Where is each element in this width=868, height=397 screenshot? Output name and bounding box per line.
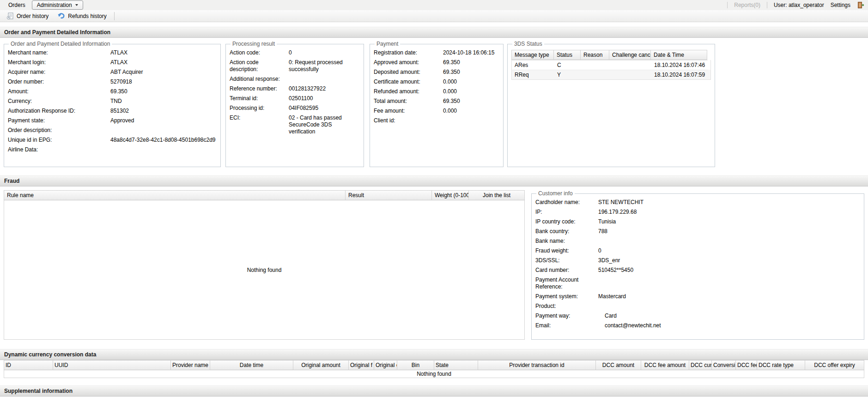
column-header[interactable]: Join the list <box>469 190 525 200</box>
field-row: Authorization Response ID:851302 <box>8 106 217 116</box>
column-header[interactable]: Bin <box>397 360 434 370</box>
tds-status-table: Message type Status Reason Challenge can… <box>511 50 711 80</box>
field-value: 69.350 <box>443 69 499 76</box>
column-header[interactable]: DCC curr <box>689 360 712 370</box>
menu-item-settings[interactable]: Settings <box>831 2 850 8</box>
field-value: 2024-10-18 16:06:15 <box>443 49 499 56</box>
dcc-header-row: ID UUID Provider name Date time Original… <box>4 360 864 370</box>
field-row: Order description: <box>8 126 217 135</box>
field-label: Fee amount: <box>374 108 443 114</box>
field-value: contact@newtechit.net <box>598 322 860 329</box>
column-header[interactable]: Provider transaction id <box>478 360 596 370</box>
tab-orders[interactable]: Orders <box>4 1 30 9</box>
column-header[interactable]: DCC fee amount <box>641 360 689 370</box>
customer-info-legend: Customer info <box>536 190 575 197</box>
field-row: Bank country:788 <box>535 227 860 236</box>
field-label: Acquirer name: <box>8 69 110 76</box>
table-row: ARes C 18.10.2024 16:07:46 <box>511 60 711 70</box>
tab-administration-label: Administration <box>37 2 72 8</box>
field-row: Refunded amount:0.000 <box>374 87 499 96</box>
column-header[interactable]: UUID <box>53 360 171 370</box>
column-header[interactable]: Date time <box>210 360 293 370</box>
field-label: Client id: <box>374 117 443 124</box>
column-header[interactable]: Reason <box>581 50 609 60</box>
field-label: Payment system: <box>535 293 598 300</box>
field-value <box>443 117 499 124</box>
tab-administration[interactable]: Administration <box>32 0 83 10</box>
field-value <box>598 303 860 310</box>
column-header[interactable]: Weight (0-100) <box>432 190 469 200</box>
field-value: 69.350 <box>443 98 499 105</box>
field-value: ABT Acquirer <box>110 69 217 76</box>
column-header[interactable]: DCC amount <box>596 360 641 370</box>
field-row: Amount:69.350 <box>8 87 217 96</box>
field-value: 001281327922 <box>289 85 360 92</box>
order-history-button[interactable]: Order history <box>2 10 53 22</box>
field-value: Card <box>598 313 860 319</box>
column-header[interactable]: DCC offer expiry <box>805 360 864 370</box>
menu-item-reports[interactable]: Reports(0) <box>734 2 760 8</box>
processing-result-legend: Processing result <box>231 41 277 47</box>
field-label: Bank name: <box>535 238 598 245</box>
field-label: Amount: <box>8 88 110 95</box>
column-header[interactable]: ID <box>4 360 53 370</box>
field-row: Total amount:69.350 <box>374 96 499 106</box>
field-value: 02501100 <box>289 95 360 102</box>
column-header[interactable]: DCC rate type <box>757 360 805 370</box>
field-row: Payment system:Mastercard <box>535 292 860 301</box>
column-header[interactable]: Original f <box>349 360 374 370</box>
field-value: 48a8c4d7-32e8-42c1-8d08-4501b698c2d9 <box>110 137 217 144</box>
processing-result-fieldset: Processing result Action code:0 Action c… <box>225 41 364 167</box>
field-row: Acquirer name:ABT Acquirer <box>8 67 217 77</box>
refunds-history-button[interactable]: Refunds history <box>53 10 111 22</box>
column-header[interactable]: Conversi <box>712 360 736 370</box>
column-header[interactable]: Challenge cancel <box>609 50 651 60</box>
cell-status: C <box>554 60 581 70</box>
logout-door-icon[interactable] <box>857 1 864 9</box>
field-value: 04IF082595 <box>289 105 360 112</box>
field-label: Total amount: <box>374 98 443 105</box>
section-bar-fraud: Fraud <box>0 175 868 186</box>
field-value <box>110 146 217 153</box>
column-header[interactable]: Status <box>554 50 581 60</box>
field-value <box>110 127 217 134</box>
column-header[interactable]: Date & Time <box>651 50 707 60</box>
field-value: 0 <box>289 49 360 56</box>
column-header[interactable]: Original amount <box>293 360 349 370</box>
tds-status-fieldset: 3DS Status Message type Status Reason Ch… <box>507 41 715 167</box>
column-header[interactable]: State <box>434 360 478 370</box>
field-row: Action code description:0: Request proce… <box>230 58 360 74</box>
section-bar-detail: Order and Payment Detailed Information <box>0 27 868 38</box>
field-value <box>598 277 860 290</box>
refunds-history-icon <box>58 13 65 19</box>
column-header[interactable]: Original c <box>374 360 397 370</box>
field-value: 0 <box>598 247 860 254</box>
field-row: Payment state:Approved <box>8 116 217 126</box>
order-history-label: Order history <box>17 13 49 19</box>
cell-challenge-cancel <box>610 60 651 70</box>
spacer <box>0 378 868 385</box>
field-row: Client id: <box>374 116 499 126</box>
cell-challenge-cancel <box>610 70 651 79</box>
field-label: ECI: <box>230 114 289 135</box>
spacer <box>0 22 868 27</box>
detail-fieldsets-row: Order and Payment Detailed Information M… <box>0 38 868 170</box>
column-header[interactable]: Rule name <box>4 190 346 200</box>
field-label: Bank country: <box>535 228 598 235</box>
tds-status-header-row: Message type Status Reason Challenge can… <box>511 50 711 60</box>
column-header[interactable]: Provider name <box>171 360 210 370</box>
field-label: Order description: <box>8 127 110 134</box>
field-value: 69.350 <box>443 59 499 66</box>
column-header[interactable]: Message type <box>511 50 554 60</box>
field-value: 0.000 <box>443 108 499 114</box>
field-value: 02 - Card has passed SecureCode 3DS veri… <box>289 114 360 135</box>
field-row: Registration date:2024-10-18 16:06:15 <box>374 48 499 58</box>
order-info-legend: Order and Payment Detailed Information <box>9 41 112 47</box>
column-header[interactable]: Result <box>346 190 432 200</box>
column-header[interactable]: DCC fee <box>736 360 757 370</box>
field-row: Payment way:Card <box>535 311 860 321</box>
field-label: Unique id in EPG: <box>8 137 110 144</box>
field-label: Refunded amount: <box>374 88 443 95</box>
section-bar-dcc-title: Dynamic currency conversion data <box>4 351 96 358</box>
menu-right: Reports(0) User: atlax_operator Settings <box>727 1 864 9</box>
